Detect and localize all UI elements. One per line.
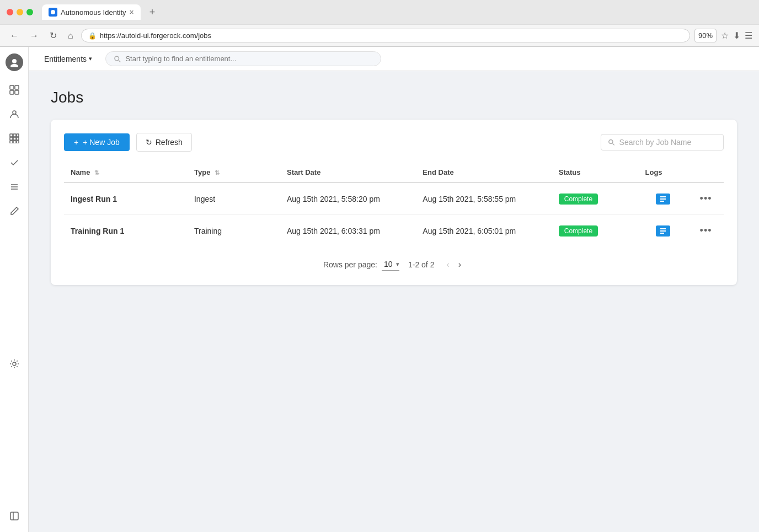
svg-rect-32 bbox=[660, 233, 664, 234]
sidebar-item-collapse[interactable] bbox=[4, 506, 24, 526]
svg-rect-9 bbox=[13, 134, 16, 137]
logs-icon[interactable] bbox=[656, 194, 670, 205]
job-search-input[interactable] bbox=[619, 138, 717, 147]
next-page-button[interactable]: › bbox=[455, 257, 464, 272]
sidebar bbox=[0, 47, 29, 532]
startdate-column-label: Start Date bbox=[287, 168, 320, 176]
row1-enddate: Aug 15th 2021, 5:58:55 pm bbox=[416, 182, 552, 215]
refresh-button[interactable]: ↻ Refresh bbox=[136, 133, 192, 152]
type-sort-icon[interactable]: ⇅ bbox=[215, 169, 220, 176]
column-header-enddate: End Date bbox=[416, 163, 552, 182]
header-search-bar[interactable] bbox=[105, 51, 381, 66]
name-column-label: Name bbox=[71, 168, 90, 176]
row2-enddate: Aug 15th 2021, 6:05:01 pm bbox=[416, 215, 552, 247]
chevron-down-icon: ▾ bbox=[89, 55, 92, 62]
new-tab-button[interactable]: + bbox=[145, 7, 160, 18]
status-badge: Complete bbox=[559, 225, 598, 237]
svg-rect-31 bbox=[660, 230, 666, 232]
entitlements-label: Entitlements bbox=[44, 55, 87, 63]
app-header: Entitlements ▾ bbox=[29, 47, 759, 71]
logs-column-label: Logs bbox=[645, 168, 662, 176]
svg-rect-16 bbox=[17, 141, 19, 143]
svg-point-2 bbox=[10, 64, 18, 67]
pocket-button[interactable]: ⬇ bbox=[733, 30, 740, 41]
sidebar-item-users[interactable] bbox=[4, 104, 24, 124]
browser-tab[interactable]: Autonomous Identity × bbox=[42, 4, 141, 20]
column-header-name[interactable]: Name ⇅ bbox=[64, 163, 188, 182]
column-header-actions bbox=[688, 163, 724, 182]
row2-actions[interactable]: ••• bbox=[688, 215, 724, 247]
tab-close-button[interactable]: × bbox=[130, 8, 134, 17]
row1-startdate: Aug 15th 2021, 5:58:20 pm bbox=[280, 182, 416, 215]
lock-icon: 🔒 bbox=[88, 32, 97, 40]
browser-chrome: Autonomous Identity × + ← → ↻ ⌂ 🔒 https:… bbox=[0, 0, 759, 47]
search-icon bbox=[114, 55, 121, 63]
row2-logs[interactable] bbox=[639, 215, 688, 247]
svg-rect-6 bbox=[15, 90, 19, 94]
row2-more-button[interactable]: ••• bbox=[697, 224, 715, 238]
rows-per-page-select[interactable]: 10 25 50 bbox=[382, 259, 395, 270]
sidebar-item-settings[interactable] bbox=[4, 354, 24, 374]
new-job-label: + New Job bbox=[83, 138, 120, 147]
row1-actions[interactable]: ••• bbox=[688, 182, 724, 215]
main-content: Jobs + + New Job ↻ Refresh bbox=[29, 71, 759, 532]
row1-more-button[interactable]: ••• bbox=[697, 192, 715, 206]
svg-rect-15 bbox=[13, 141, 16, 143]
jobs-table: Name ⇅ Type ⇅ Start Date End D bbox=[64, 163, 724, 246]
browser-extra-actions: ⬇ ☰ bbox=[733, 30, 752, 41]
address-bar[interactable]: 🔒 https://autoid-ui.forgerock.com/jobs bbox=[81, 29, 690, 42]
column-header-type[interactable]: Type ⇅ bbox=[188, 163, 280, 182]
sidebar-item-tasks[interactable] bbox=[4, 153, 24, 173]
browser-window-controls bbox=[7, 9, 33, 15]
row1-logs[interactable] bbox=[639, 182, 688, 215]
refresh-label: Refresh bbox=[156, 138, 183, 147]
browser-titlebar: Autonomous Identity × + bbox=[0, 0, 759, 24]
rows-per-page-label: Rows per page: bbox=[323, 260, 377, 269]
forward-button[interactable]: → bbox=[26, 29, 42, 43]
svg-rect-13 bbox=[17, 137, 19, 140]
svg-rect-30 bbox=[660, 228, 666, 229]
reload-button[interactable]: ↻ bbox=[46, 28, 60, 43]
svg-rect-14 bbox=[10, 141, 13, 143]
name-sort-icon[interactable]: ⇅ bbox=[94, 169, 99, 176]
row2-type: Training bbox=[188, 215, 280, 247]
table-row: Ingest Run 1 Ingest Aug 15th 2021, 5:58:… bbox=[64, 182, 724, 215]
sidebar-item-edit[interactable] bbox=[4, 201, 24, 221]
avatar[interactable] bbox=[6, 53, 23, 71]
home-button[interactable]: ⌂ bbox=[65, 29, 77, 43]
svg-line-26 bbox=[613, 143, 614, 145]
url-text: https://autoid-ui.forgerock.com/jobs bbox=[100, 31, 211, 40]
header-search-input[interactable] bbox=[125, 55, 373, 63]
sidebar-item-list[interactable] bbox=[4, 177, 24, 197]
extensions-button[interactable]: ☰ bbox=[745, 30, 752, 41]
svg-rect-21 bbox=[10, 512, 18, 520]
svg-rect-10 bbox=[17, 134, 19, 137]
job-search-bar[interactable] bbox=[601, 134, 724, 151]
main-area: Entitlements ▾ Jobs + + New Job ↻ bbox=[29, 47, 759, 532]
back-button[interactable]: ← bbox=[7, 29, 22, 43]
sidebar-item-dashboard[interactable] bbox=[4, 80, 24, 100]
prev-page-button[interactable]: ‹ bbox=[443, 257, 452, 272]
entitlements-dropdown[interactable]: Entitlements ▾ bbox=[40, 52, 97, 66]
svg-rect-11 bbox=[10, 137, 13, 140]
svg-point-0 bbox=[51, 10, 55, 14]
app-layout: Entitlements ▾ Jobs + + New Job ↻ bbox=[0, 47, 759, 532]
sidebar-item-grid[interactable] bbox=[4, 128, 24, 148]
tab-title: Autonomous Identity bbox=[61, 8, 126, 17]
rows-select-wrap: 10 25 50 ▾ bbox=[382, 259, 399, 271]
window-minimize-dot[interactable] bbox=[17, 9, 23, 15]
logs-icon[interactable] bbox=[656, 225, 670, 237]
tab-favicon bbox=[49, 8, 57, 17]
svg-line-24 bbox=[119, 60, 120, 62]
svg-point-23 bbox=[115, 56, 119, 61]
browser-toolbar: ← → ↻ ⌂ 🔒 https://autoid-ui.forgerock.co… bbox=[0, 24, 759, 46]
rows-per-page: Rows per page: 10 25 50 ▾ bbox=[323, 259, 399, 271]
refresh-icon: ↻ bbox=[146, 138, 152, 147]
bookmark-icon[interactable]: ☆ bbox=[721, 30, 729, 41]
table-row: Training Run 1 Training Aug 15th 2021, 6… bbox=[64, 215, 724, 247]
job-search-icon bbox=[608, 138, 615, 146]
row1-type: Ingest bbox=[188, 182, 280, 215]
new-job-button[interactable]: + + New Job bbox=[64, 133, 130, 151]
window-maximize-dot[interactable] bbox=[26, 9, 33, 15]
window-close-dot[interactable] bbox=[7, 9, 13, 15]
